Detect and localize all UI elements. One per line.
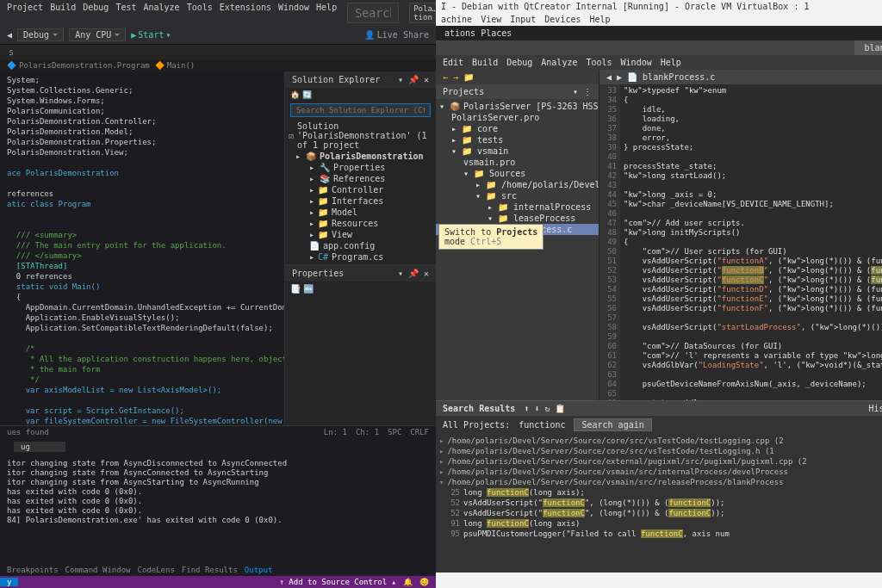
qt-file-tab[interactable]: blankProcess.c [PS-3263 HSSI ax… xyxy=(854,40,882,55)
tree-appconfig[interactable]: 📄 app.config xyxy=(285,240,436,251)
liveshare-button[interactable]: 👤 Live Share xyxy=(364,30,429,40)
filter-icon[interactable]: ▾ ⋮ xyxy=(573,87,592,96)
pin-icon[interactable]: ▾ 📌 ✕ xyxy=(398,269,429,278)
vs-side: Solution Explorer ▾ 📌 ✕ 🏠 🔄 ☑ Solution '… xyxy=(284,71,436,425)
tree-item[interactable]: ▸ 📁 /home/polaris/Devel/Server/So xyxy=(436,179,599,190)
tree-item[interactable]: ▸ 📁 core xyxy=(436,123,599,134)
qt-main: ← → 📁 Projects ▾ ⋮ ▾ 📦 PolarisServer [PS… xyxy=(436,70,882,400)
properties-panel: Properties ▾ 📌 ✕ 📑 🔤 xyxy=(285,264,436,425)
editor-tab-1[interactable]: ◀ ▶ 📄 blankProcess.c ▢ ✕ xyxy=(599,70,882,84)
solution-root[interactable]: ☑ Solution 'PolarisDemonstration' (1 of … xyxy=(285,121,436,151)
search-results[interactable]: ▸ /home/polaris/Devel/Server/Source/core… xyxy=(436,434,882,573)
fwd-icon[interactable]: → xyxy=(453,72,458,82)
back-icon[interactable]: ◀ xyxy=(7,30,12,40)
tree-item[interactable]: PolarisServer.pro xyxy=(436,112,599,123)
tree-properties[interactable]: ▸ 🔧 Properties xyxy=(285,162,436,173)
feedback-icon[interactable]: 😊 xyxy=(419,578,429,586)
tree-references[interactable]: ▸ 📚 References xyxy=(285,173,436,184)
tree-item[interactable]: ▾ 📁 Sources xyxy=(436,168,599,179)
alpha-icon[interactable]: 🔤 xyxy=(303,284,314,294)
start-button[interactable]: ▶ Start ▾ xyxy=(131,30,171,40)
tab-codelens[interactable]: CodeLens xyxy=(137,566,174,574)
search-scope: All Projects: xyxy=(443,420,510,430)
config-dropdown[interactable]: Debug xyxy=(17,28,64,41)
search-subheader: All Projects: functionc Search again xyxy=(436,416,882,434)
qt-menu-tools[interactable]: Tools xyxy=(586,58,612,67)
projects-title: Projects ▾ ⋮ xyxy=(436,84,599,99)
vb-menu-machine[interactable]: achine xyxy=(441,15,472,24)
categorized-icon[interactable]: 📑 xyxy=(290,284,301,294)
projects-panel: ← → 📁 Projects ▾ ⋮ ▾ 📦 PolarisServer [PS… xyxy=(436,70,599,400)
vb-menu-input[interactable]: Input xyxy=(510,15,536,24)
vb-menu-help[interactable]: Help xyxy=(589,15,610,24)
code-editor[interactable]: System;System.Collections.Generic;System… xyxy=(0,71,284,425)
search-again-button[interactable]: Search again xyxy=(574,418,651,431)
qt-menu-build[interactable]: Build xyxy=(472,58,498,67)
qt-menu-help[interactable]: Help xyxy=(661,58,681,67)
notif-icon[interactable]: 🔔 xyxy=(403,578,413,586)
search-input[interactable] xyxy=(347,3,399,23)
tree-item[interactable]: ▸ 📁 internalProcess xyxy=(436,201,599,213)
menu-extensions[interactable]: Extensions xyxy=(220,3,271,23)
menu-window[interactable]: Window xyxy=(278,3,309,23)
tree-item[interactable]: ▸ 📁 tests xyxy=(436,134,599,145)
projects-tree: ▾ 📦 PolarisServer [PS-3263 HSSI axis t S… xyxy=(436,99,599,400)
tab-program[interactable]: s xyxy=(0,45,22,59)
tab-command[interactable]: Command Window xyxy=(65,566,131,574)
add-source-control[interactable]: ↑ Add to Source Control ▴ xyxy=(280,578,396,586)
platform-dropdown[interactable]: Any CPU xyxy=(69,28,126,41)
menu-help[interactable]: Help xyxy=(316,3,337,23)
tree-item[interactable]: ▾ 📁 src xyxy=(436,190,599,201)
menu-tools[interactable]: Tools xyxy=(187,3,213,23)
menu-build[interactable]: Build xyxy=(50,3,76,23)
vs-bottom: ues found Ln: 1 Ch: 1 SPC CRLF ug itor c… xyxy=(0,425,436,576)
tree-item[interactable]: ▾ 📁 leaseProcess xyxy=(436,213,599,224)
menu-analyze[interactable]: Analyze xyxy=(143,3,179,23)
properties-title: Properties ▾ 📌 ✕ xyxy=(285,265,436,282)
qt-menu-edit[interactable]: Edit xyxy=(443,58,463,67)
home-icon[interactable]: 🏠 xyxy=(290,90,300,99)
search-nav-icon[interactable]: ⬆ ⬇ ↻ 📋 xyxy=(524,404,565,413)
vs-statusbar: y ↑ Add to Source Control ▴ 🔔 😊 xyxy=(0,576,436,588)
tab-output[interactable]: Output xyxy=(245,566,273,574)
editor-col-1: ◀ ▶ 📄 blankProcess.c ▢ ✕ 333435363738394… xyxy=(599,70,882,400)
output-source-dropdown[interactable]: ug xyxy=(14,442,65,452)
tree-controller[interactable]: ▸ 📁 Controller xyxy=(285,184,436,195)
pin-icon[interactable]: ▾ 📌 ✕ xyxy=(398,75,429,84)
output-window[interactable]: itor changing state from AsyncDisconnect… xyxy=(0,455,436,564)
menu-project[interactable]: Project xyxy=(7,3,43,23)
tab-breakpoints[interactable]: Breakpoints xyxy=(7,566,59,574)
project-root[interactable]: ▾ 📦 PolarisServer [PS-3263 HSSI axis t xyxy=(436,101,599,112)
breadcrumb-fn[interactable]: 🔶 Main() xyxy=(155,61,196,70)
tab-findresults[interactable]: Find Results xyxy=(182,566,238,574)
project-node[interactable]: ▸ 📦 PolarisDemonstration xyxy=(285,151,436,162)
qt-menubar: Edit Build Debug Analyze Tools Window He… xyxy=(436,55,882,70)
tree-resources[interactable]: ▸ 📁 Resources xyxy=(285,218,436,229)
locate-icon[interactable]: 📁 xyxy=(463,72,474,82)
tooltip: Switch to Projectsmode Ctrl+5 xyxy=(438,224,543,250)
tree-item[interactable]: ▾ 📁 vsmain xyxy=(436,145,599,157)
tree-program-cs[interactable]: ▸ C# Program.cs xyxy=(285,251,436,263)
vb-menu-devices[interactable]: Devices xyxy=(544,15,581,24)
tree-interfaces[interactable]: ▸ 📁 Interfaces xyxy=(285,195,436,207)
back-icon[interactable]: ← xyxy=(443,72,448,82)
virtualbox-window: I - Debian with QtCreator Internal [Runn… xyxy=(436,0,882,588)
tree-view[interactable]: ▸ 📁 View xyxy=(285,229,436,240)
solution-search[interactable] xyxy=(290,103,431,117)
gnome-topbar: ations Places Thu xyxy=(436,26,882,40)
menu-test[interactable]: Test xyxy=(115,3,136,23)
sync-icon[interactable]: 🔄 xyxy=(302,90,312,99)
menu-debug[interactable]: Debug xyxy=(83,3,109,23)
search-header: Search Results ⬆ ⬇ ↻ 📋 History: All Proj… xyxy=(436,401,882,416)
tree-item[interactable]: vsmain.pro xyxy=(436,157,599,168)
qt-menu-window[interactable]: Window xyxy=(621,58,652,67)
gnome-apps[interactable]: ations Places xyxy=(444,28,512,38)
qt-menu-debug[interactable]: Debug xyxy=(506,58,532,67)
vb-menubar: achine View Input Devices Help xyxy=(436,13,882,26)
vb-menu-view[interactable]: View xyxy=(481,15,501,24)
status-ready: y xyxy=(0,578,18,586)
tree-model[interactable]: ▸ 📁 Model xyxy=(285,207,436,218)
qt-menu-analyze[interactable]: Analyze xyxy=(541,58,577,67)
breadcrumb-ns[interactable]: 🔷 PolarisDemonstration.Program xyxy=(7,61,150,70)
qt-editor-area: ◀ ▶ 📄 blankProcess.c ▢ ✕ 333435363738394… xyxy=(599,70,882,400)
